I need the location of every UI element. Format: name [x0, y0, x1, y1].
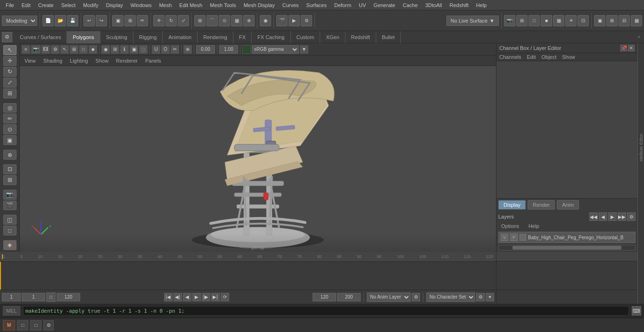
wireframe-l-button[interactable]: □	[3, 226, 17, 235]
panel-layout-button[interactable]: ▣	[594, 15, 605, 26]
layers-nav-back[interactable]: ◀◀	[589, 212, 598, 221]
vp-wireframe-icon[interactable]: □	[79, 45, 88, 54]
live-surface-button[interactable]: No Live Surface ▼	[446, 16, 499, 26]
rigging-button[interactable]: ⊡	[578, 15, 589, 26]
menu-generate[interactable]: Generate	[370, 1, 399, 9]
menu-file[interactable]: File	[2, 1, 18, 9]
move-tool-button[interactable]: ✛	[153, 15, 165, 26]
vp-color-swatch[interactable]	[242, 45, 251, 54]
quad-draw-button[interactable]: ▣	[3, 135, 17, 145]
maya-logo-btn[interactable]: M	[3, 320, 15, 331]
lights-button[interactable]: ☀	[565, 15, 577, 26]
menu-mesh-tools[interactable]: Mesh Tools	[206, 1, 239, 9]
tab-add-button[interactable]: +	[636, 34, 642, 40]
vp-gate-btn[interactable]: ▣	[130, 45, 138, 54]
undo-button[interactable]: ↩	[83, 15, 95, 26]
start-frame-input[interactable]	[2, 293, 21, 301]
new-file-button[interactable]: 📄	[42, 15, 54, 26]
workspace-settings-button[interactable]: ⚙	[2, 32, 12, 42]
vp-paint-btn[interactable]: ✏	[171, 45, 179, 54]
layers-nav-next[interactable]: ▶	[608, 212, 617, 221]
vp-shade-icon[interactable]: ■	[89, 45, 97, 54]
menu-windows[interactable]: Windows	[127, 1, 156, 9]
anim-layer-settings-btn[interactable]: ⚙	[412, 293, 420, 301]
snap-to-grid-button[interactable]: ⊞	[194, 15, 206, 26]
command-line-input[interactable]	[23, 306, 629, 316]
menu-deform[interactable]: Deform	[330, 1, 355, 9]
taskbar-item-2[interactable]: □	[30, 320, 41, 331]
xray-button[interactable]: ◫	[3, 215, 17, 225]
panels-menu[interactable]: Panels	[142, 57, 164, 65]
command-result-btn[interactable]: ⌨	[632, 306, 641, 316]
go-to-start-button[interactable]: |◀	[164, 293, 173, 301]
rotate-tool-button[interactable]: ↻	[165, 15, 177, 26]
viewport-canvas[interactable]: persp Y X Z	[20, 66, 496, 252]
vp-offset-input[interactable]	[196, 45, 215, 54]
panel-layout-2[interactable]: ⊞	[606, 15, 618, 26]
vp-cam-icon[interactable]: 📷	[31, 45, 41, 54]
menu-help[interactable]: Help	[472, 1, 491, 9]
soft-select-button[interactable]: ◉	[260, 15, 271, 26]
show-manip-button[interactable]: ⊕	[3, 150, 17, 160]
shading-menu[interactable]: Shading	[41, 57, 65, 65]
tab-rigging[interactable]: Rigging	[133, 31, 163, 43]
layer-visibility-button[interactable]: V	[501, 234, 508, 241]
vp-grid-btn[interactable]: ⊞	[111, 45, 119, 54]
tab-curves-surfaces[interactable]: Curves / Surfaces	[14, 31, 67, 43]
display-sub-tab[interactable]: Display	[498, 200, 526, 210]
timeline-track[interactable]	[0, 261, 496, 290]
vp-smooth-btn[interactable]: ◌	[139, 45, 148, 54]
vp-isolate-btn[interactable]: ◉	[101, 45, 110, 54]
render-view-button[interactable]: 🎬	[3, 201, 17, 211]
display-toggle-button[interactable]: ⊞	[516, 15, 528, 26]
wireframe-button[interactable]: □	[528, 15, 540, 26]
menu-curves[interactable]: Curves	[279, 1, 303, 9]
snap-point-l-button[interactable]: ⊡	[3, 164, 17, 174]
camera-tools-button[interactable]: 📷	[504, 15, 515, 26]
timeline-playhead[interactable]	[2, 254, 3, 259]
vp-select-all[interactable]: ⊞	[70, 45, 78, 54]
renderer-menu[interactable]: Renderer	[113, 57, 140, 65]
timeline-track-playhead[interactable]	[0, 262, 1, 290]
vp-hud-btn[interactable]: ℹ	[120, 45, 129, 54]
vp-select-icon[interactable]: ↖	[60, 45, 69, 54]
layers-scrollbar[interactable]	[498, 245, 636, 251]
snap-to-surface-button[interactable]: ▦	[231, 15, 242, 26]
show-tab[interactable]: Show	[559, 53, 578, 61]
play-back-button[interactable]: ◀	[183, 293, 191, 301]
vp-film-icon[interactable]: 🎞	[41, 45, 50, 54]
layer-playback-button[interactable]: P	[510, 234, 518, 241]
redo-button[interactable]: ↪	[96, 15, 107, 26]
step-forward-button[interactable]: |▶	[202, 293, 210, 301]
menu-select[interactable]: Select	[58, 1, 80, 9]
menu-redshift[interactable]: Redshift	[446, 1, 472, 9]
layers-nav-prev[interactable]: ◀	[599, 212, 607, 221]
open-file-button[interactable]: 📂	[55, 15, 66, 26]
tab-redshift[interactable]: Redshift	[346, 31, 376, 43]
vp-color-space-select[interactable]: sRGB gamma	[252, 45, 299, 54]
tab-fx[interactable]: FX	[233, 31, 252, 43]
render-sub-tab[interactable]: Render	[528, 200, 555, 210]
layers-help-menu[interactable]: Help	[526, 222, 542, 230]
snap-to-curve-button[interactable]: ⌒	[206, 15, 218, 26]
tab-custom[interactable]: Custom	[291, 31, 321, 43]
move-mode-button[interactable]: ✛	[3, 56, 17, 66]
menu-uv[interactable]: UV	[355, 1, 370, 9]
soft-select-l-button[interactable]: ◎	[3, 103, 17, 113]
anim-layer-dropdown[interactable]: No Anim Layer	[367, 292, 411, 302]
select-mode-button[interactable]: ↖	[3, 45, 17, 55]
vp-attr-icon[interactable]: ⚙	[51, 45, 59, 54]
render-settings-button[interactable]: ⚙	[301, 15, 312, 26]
panel-layout-3[interactable]: ⊟	[619, 15, 630, 26]
channel-box-pin-button[interactable]: 📌	[620, 45, 627, 51]
mode-dropdown[interactable]: Modeling	[2, 16, 37, 26]
vp-snap-all[interactable]: ⊕	[183, 45, 192, 54]
vp-colorspace-btn[interactable]: ▼	[300, 45, 308, 54]
frame-display-toggle[interactable]: □	[46, 292, 56, 302]
snap-grid-l-button[interactable]: ⊞	[3, 175, 17, 185]
menu-mesh-display[interactable]: Mesh Display	[240, 1, 279, 9]
select-tool-button[interactable]: ▣	[112, 15, 124, 26]
char-set-settings-btn[interactable]: ⚙	[476, 293, 485, 301]
char-set-dropdown[interactable]: No Character Set	[426, 292, 475, 302]
render-button[interactable]: 🎬	[276, 15, 288, 26]
